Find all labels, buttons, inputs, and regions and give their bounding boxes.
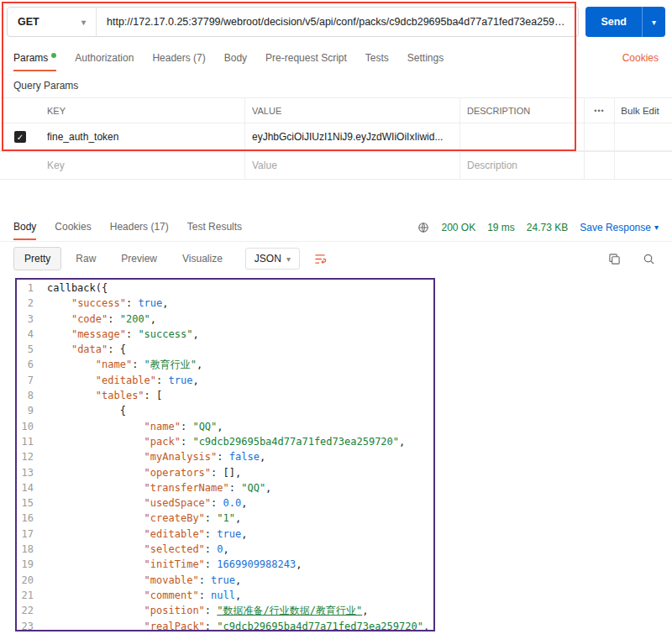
line-number: 22 bbox=[12, 603, 34, 618]
code-line: 15 "usedSpace": 0.0, bbox=[12, 495, 672, 511]
response-header: BodyCookiesHeaders (17)Test Results 200 … bbox=[0, 213, 672, 242]
description-input[interactable]: Description bbox=[460, 152, 585, 179]
line-number: 10 bbox=[12, 419, 34, 434]
code-line: 7 "editable": true, bbox=[12, 373, 672, 388]
response-meta: 200 OK 19 ms 24.73 KB Save Response ▾ bbox=[417, 222, 659, 233]
code-line: 13 "operators": [], bbox=[12, 465, 672, 480]
wrap-text-icon[interactable] bbox=[313, 253, 327, 265]
line-number: 18 bbox=[12, 542, 34, 557]
chevron-down-icon: ▾ bbox=[654, 223, 659, 232]
header-checkbox-cell bbox=[0, 98, 40, 123]
status-badge: 200 OK bbox=[441, 222, 475, 233]
method-select[interactable]: GET ▾ bbox=[8, 8, 97, 36]
view-tab-preview[interactable]: Preview bbox=[110, 247, 168, 270]
response-tab-headers-17[interactable]: Headers (17) bbox=[110, 214, 169, 240]
line-number: 8 bbox=[12, 388, 34, 403]
chevron-down-icon: ▾ bbox=[286, 254, 291, 264]
send-button[interactable]: Send bbox=[585, 7, 642, 37]
code-line: 3 "code": "200", bbox=[12, 312, 672, 327]
line-number: 23 bbox=[12, 619, 34, 634]
search-icon[interactable] bbox=[639, 249, 659, 269]
line-number: 4 bbox=[12, 327, 34, 342]
params-dot-icon bbox=[51, 53, 56, 58]
line-number: 20 bbox=[12, 573, 34, 588]
response-tab-test-results[interactable]: Test Results bbox=[187, 214, 242, 240]
url-text: http://172.17.0.25:37799/webroot/decisio… bbox=[107, 16, 568, 28]
line-number: 21 bbox=[12, 588, 34, 603]
request-tabs: ParamsAuthorizationHeaders (7)BodyPre-re… bbox=[13, 45, 622, 71]
request-bar: GET ▾ http://172.17.0.25:37799/webroot/d… bbox=[0, 0, 672, 44]
value-input[interactable]: Value bbox=[245, 152, 460, 179]
line-number: 6 bbox=[12, 357, 34, 372]
line-number: 2 bbox=[12, 296, 34, 311]
column-header-value: VALUE bbox=[245, 98, 460, 123]
line-number: 14 bbox=[12, 480, 34, 495]
param-row: ✓fine_auth_tokeneyJhbGciOiJIUzI1NiJ9.eyJ… bbox=[0, 123, 672, 151]
format-select[interactable]: JSON ▾ bbox=[245, 248, 300, 270]
url-input[interactable]: http://172.17.0.25:37799/webroot/decisio… bbox=[97, 8, 578, 36]
line-number: 19 bbox=[12, 557, 34, 572]
api-client-app: { "request": { "method": "GET", "url": "… bbox=[0, 0, 672, 634]
response-time: 19 ms bbox=[487, 222, 515, 233]
url-bar: GET ▾ http://172.17.0.25:37799/webroot/d… bbox=[7, 7, 579, 37]
response-tab-body[interactable]: Body bbox=[13, 214, 36, 240]
code-line: 4 "message": "success", bbox=[12, 327, 672, 342]
column-header-key: KEY bbox=[40, 98, 245, 123]
bulk-edit-button[interactable]: Bulk Edit bbox=[615, 98, 665, 123]
tab-tests[interactable]: Tests bbox=[365, 45, 389, 71]
code-line: 12 "myAnalysis": false, bbox=[12, 449, 672, 464]
tab-body[interactable]: Body bbox=[224, 45, 247, 71]
code-line: 23 "realPack": "c9dcb29695ba4d77a71fed73… bbox=[12, 619, 672, 634]
new-param-row: Key Value Description bbox=[0, 151, 672, 180]
new-row-checkbox-cell bbox=[0, 152, 40, 179]
tab-headers-7[interactable]: Headers (7) bbox=[152, 45, 205, 71]
view-tab-pretty[interactable]: Pretty bbox=[13, 247, 61, 270]
response-body[interactable]: 1callback({2 "success": true,3 "code": "… bbox=[0, 275, 672, 634]
response-tabs: BodyCookiesHeaders (17)Test Results bbox=[13, 214, 417, 240]
code-line: 14 "transferName": "QQ", bbox=[12, 480, 672, 495]
code-line: 11 "pack": "c9dcb29695ba4d77a71fed73ea25… bbox=[12, 434, 672, 449]
column-header-description: DESCRIPTION bbox=[460, 98, 585, 123]
code-line: 22 "position": "数据准备/行业数据/教育行业", bbox=[12, 603, 672, 618]
param-key-field[interactable]: fine_auth_token bbox=[40, 123, 245, 150]
view-tabs: PrettyRawPreviewVisualize bbox=[13, 247, 234, 270]
view-tab-raw[interactable]: Raw bbox=[65, 247, 107, 270]
key-input[interactable]: Key bbox=[40, 152, 245, 179]
request-tabs-row: ParamsAuthorizationHeaders (7)BodyPre-re… bbox=[0, 44, 672, 72]
code-lines: 1callback({2 "success": true,3 "code": "… bbox=[12, 280, 672, 634]
send-options-button[interactable]: ▾ bbox=[642, 7, 665, 37]
code-line: 18 "selected": 0, bbox=[12, 542, 672, 557]
line-number: 15 bbox=[12, 495, 34, 511]
send-button-group: Send ▾ bbox=[585, 7, 665, 37]
chevron-down-icon: ▾ bbox=[81, 18, 86, 27]
cookies-link[interactable]: Cookies bbox=[622, 52, 659, 64]
empty-cell bbox=[615, 123, 665, 150]
save-response-button[interactable]: Save Response ▾ bbox=[580, 222, 659, 233]
response-tab-cookies[interactable]: Cookies bbox=[55, 214, 91, 240]
code-line: 9 { bbox=[12, 403, 672, 418]
query-params-table: KEY VALUE DESCRIPTION ••• Bulk Edit ✓fin… bbox=[0, 97, 672, 180]
tab-params[interactable]: Params bbox=[13, 45, 56, 71]
param-value-field[interactable]: eyJhbGciOiJIUzI1NiJ9.eyJzdWIiOiIxIiwid..… bbox=[245, 123, 460, 150]
code-line: 5 "data": { bbox=[12, 342, 672, 357]
param-description-field[interactable] bbox=[460, 123, 585, 150]
empty-cell bbox=[585, 152, 615, 179]
line-number: 17 bbox=[12, 527, 34, 542]
params-rows: ✓fine_auth_tokeneyJhbGciOiJIUzI1NiJ9.eyJ… bbox=[0, 123, 672, 151]
code-line: 20 "movable": true, bbox=[12, 573, 672, 588]
empty-cell bbox=[585, 123, 615, 150]
response-view-toolbar: PrettyRawPreviewVisualize JSON ▾ bbox=[0, 242, 672, 275]
code-line: 1callback({ bbox=[12, 280, 672, 296]
copy-icon[interactable] bbox=[605, 249, 624, 269]
checkbox-cell: ✓ bbox=[0, 123, 40, 150]
view-tab-visualize[interactable]: Visualize bbox=[171, 247, 234, 270]
line-number: 13 bbox=[12, 465, 34, 480]
line-number: 16 bbox=[12, 511, 34, 526]
tab-pre-request-script[interactable]: Pre-request Script bbox=[265, 45, 347, 71]
tab-authorization[interactable]: Authorization bbox=[75, 45, 134, 71]
line-number: 12 bbox=[12, 449, 34, 464]
tab-settings[interactable]: Settings bbox=[407, 45, 444, 71]
more-options-icon[interactable]: ••• bbox=[585, 98, 615, 123]
network-icon[interactable] bbox=[417, 222, 429, 233]
param-checkbox[interactable]: ✓ bbox=[14, 131, 26, 143]
